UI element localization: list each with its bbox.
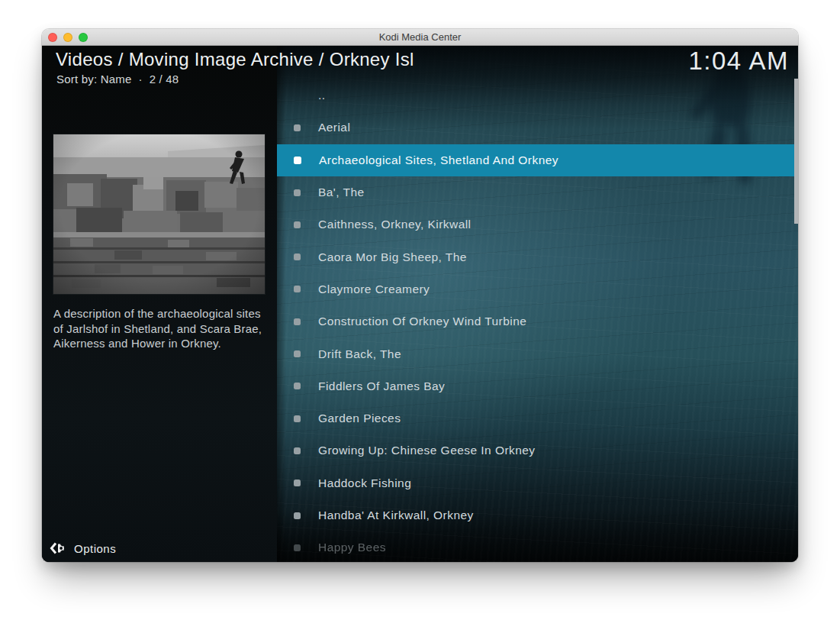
list-item[interactable]: Growing Up: Chinese Geese In Orkney — [277, 434, 794, 467]
sort-by-label: Sort by: Name — [56, 73, 131, 86]
list-item[interactable]: Happy Bees — [277, 531, 794, 562]
kodi-window: Kodi Media Center Videos / Moving Image … — [42, 29, 798, 562]
list-item-parent-dir[interactable]: .. — [277, 79, 794, 111]
list-item[interactable]: Handba' At Kirkwall, Orkney — [277, 499, 794, 531]
item-bullet-icon — [294, 221, 301, 228]
item-bullet-icon — [294, 447, 301, 454]
list-item-selected[interactable]: Archaeological Sites, Shetland And Orkne… — [277, 144, 794, 176]
file-list: .. Aerial Archaeological Sites, Shetland… — [277, 79, 794, 562]
breadcrumb: Videos / Moving Image Archive / Orkney I… — [56, 49, 414, 73]
item-bullet-icon — [294, 544, 301, 551]
item-bullet-icon — [294, 318, 301, 325]
clock: 1:04 AM — [688, 47, 789, 76]
separator-dot: · — [138, 73, 142, 86]
item-position: 2 / 48 — [150, 73, 179, 86]
item-bullet-icon — [294, 383, 301, 389]
item-bullet-icon — [294, 415, 301, 422]
item-bullet-icon — [294, 253, 301, 260]
item-bullet-icon — [294, 480, 301, 486]
list-item[interactable]: Construction Of Orkney Wind Turbine — [277, 305, 794, 337]
video-description: A description of the archaeological site… — [53, 306, 270, 351]
item-bullet-icon — [294, 350, 301, 357]
item-bullet-icon — [294, 157, 301, 164]
list-item[interactable]: Ba', The — [277, 176, 794, 208]
options-label: Options — [74, 542, 116, 555]
list-item[interactable]: Drift Back, The — [277, 337, 794, 370]
list-scrollbar-thumb[interactable] — [794, 79, 798, 224]
options-button[interactable]: Options — [50, 541, 116, 555]
item-bullet-icon — [294, 286, 301, 292]
video-thumbnail — [53, 134, 265, 294]
item-bullet-icon — [294, 512, 301, 519]
kodi-content: Videos / Moving Image Archive / Orkney I… — [42, 46, 798, 562]
list-item[interactable]: Caithness, Orkney, Kirkwall — [277, 208, 794, 241]
list-item[interactable]: Aerial — [277, 111, 794, 144]
titlebar: Kodi Media Center — [42, 29, 798, 46]
window-title: Kodi Media Center — [42, 31, 798, 43]
sort-status-line: Sort by: Name · 2 / 48 — [56, 73, 179, 86]
list-item[interactable]: Haddock Fishing — [277, 467, 794, 499]
list-item[interactable]: Fiddlers Of James Bay — [277, 370, 794, 402]
list-item[interactable]: Caora Mor Big Sheep, The — [277, 241, 794, 273]
list-item[interactable]: Garden Pieces — [277, 402, 794, 434]
item-bullet-icon — [294, 124, 301, 131]
item-bullet-icon — [294, 189, 301, 196]
options-icon — [50, 541, 64, 555]
list-item[interactable]: Claymore Creamery — [277, 273, 794, 305]
